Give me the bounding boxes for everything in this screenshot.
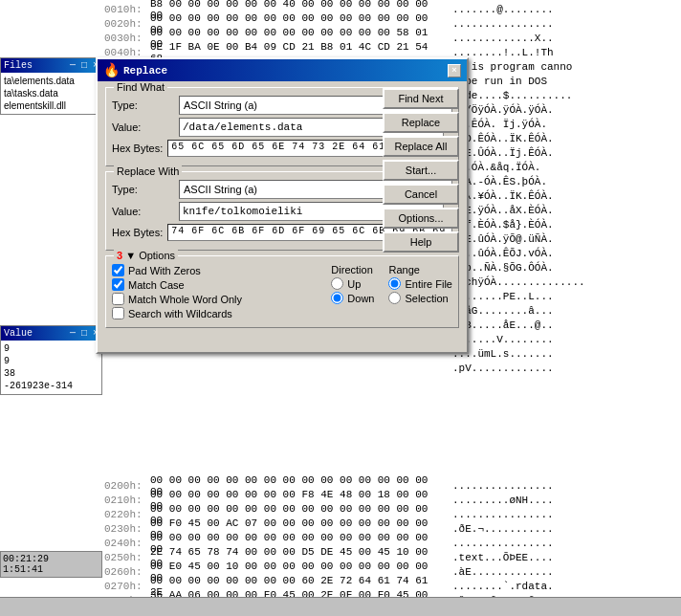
value-row: 38 (3, 367, 99, 380)
value-panel-controls[interactable]: ─ □ × (70, 328, 99, 339)
hex-addr: 0250h: (104, 552, 150, 563)
hex-addr: 0040h: (104, 47, 150, 58)
range-selection-label: Selection (405, 293, 448, 304)
direction-down-radio[interactable] (331, 292, 343, 304)
help-button[interactable]: Help (383, 231, 459, 253)
hex-label-replace: Hex Bytes: (112, 227, 167, 238)
range-selection-radio[interactable] (388, 292, 401, 304)
match-case-label: Match Case (128, 279, 185, 291)
range-group: Range Entire File Selection (388, 264, 452, 321)
value-panel-content: 9 9 38 -261923e-314 (1, 341, 101, 394)
replace-dialog: 🔥 Replace × Find What Type: ASCII String… (96, 57, 469, 354)
hex-ascii: .........øNH.... (447, 495, 554, 506)
hex-ascii: .......@........ (447, 4, 554, 15)
options-section-title: 3 ▼ Options (114, 250, 178, 261)
range-entire-file-radio[interactable] (388, 277, 401, 290)
hex-ascii: .text...ÕÞEE.... (447, 552, 554, 563)
range-title: Range (388, 264, 452, 275)
file-list-panel: Files ─ □ × ta\elements.data ta\tasks.da… (0, 57, 102, 115)
timestamp-2: 1:51:41 (3, 564, 99, 575)
hex-addr: 0260h: (104, 566, 150, 578)
hex-addr: 0240h: (104, 538, 150, 549)
start-button[interactable]: Start... (383, 160, 459, 181)
options-number: 3 (117, 250, 122, 261)
options-toggle-icon[interactable]: ▼ (125, 250, 136, 261)
value-panel: Value ─ □ × 9 9 38 -261923e-314 (0, 325, 102, 395)
file-panel-content: ta\elements.data ta\tasks.data elementsk… (1, 73, 101, 114)
hex-ascii: ................ (447, 480, 554, 492)
file-panel-title: Files (4, 60, 33, 71)
direction-down-row: Down (331, 292, 374, 304)
hex-ascii: .àE............. (447, 566, 554, 578)
type-label-replace: Type: (112, 184, 179, 195)
search-wildcards-checkbox[interactable] (112, 307, 124, 319)
search-wildcards-label: Search with Wildcards (128, 308, 232, 319)
range-selection-row: Selection (388, 292, 452, 304)
hex-ascii: ........!..L.!Th (447, 47, 554, 58)
hex-addr: 0220h: (104, 509, 150, 520)
dialog-close-button[interactable]: × (448, 64, 461, 77)
file-panel-titlebar: Files ─ □ × (1, 58, 101, 73)
hex-row: .pV............. (102, 361, 681, 375)
match-whole-word-row: Match Whole Word Only (112, 293, 321, 305)
hex-addr: 0030h: (104, 33, 150, 44)
direction-title: Direction (331, 264, 374, 275)
file-item[interactable]: elementskill.dll (3, 99, 99, 112)
dialog-title: Replace (123, 65, 167, 77)
find-next-button[interactable]: Find Next (383, 88, 459, 109)
search-wildcards-row: Search with Wildcards (112, 307, 321, 319)
match-case-checkbox[interactable] (112, 278, 124, 291)
range-entire-file-label: Entire File (405, 278, 452, 290)
replace-button[interactable]: Replace (383, 112, 459, 133)
hex-ascii: .............X.. (447, 33, 554, 44)
hex-addr: 0230h: (104, 523, 150, 535)
hex-addr: 0200h: (104, 480, 150, 492)
value-label-find: Value: (112, 121, 179, 133)
match-case-row: Match Case (112, 278, 321, 291)
direction-up-radio[interactable] (331, 277, 343, 290)
hex-addr: 0210h: (104, 495, 150, 506)
pad-zeros-row: Pad With Zeros (112, 264, 321, 276)
cancel-button[interactable]: Cancel (383, 184, 459, 205)
dialog-flame-icon: 🔥 (103, 62, 120, 78)
file-item[interactable]: ta\elements.data (3, 75, 99, 87)
replace-all-button[interactable]: Replace All (383, 136, 459, 157)
options-button[interactable]: Options... (383, 208, 459, 229)
pad-zeros-checkbox[interactable] (112, 264, 124, 276)
direction-group: Direction Up Down (331, 264, 374, 321)
hex-addr: 0010h: (104, 4, 150, 15)
hex-label-find: Hex Bytes: (112, 143, 167, 154)
status-bar (0, 597, 681, 616)
hex-ascii: .pV............. (447, 363, 554, 374)
find-what-title: Find What (114, 81, 167, 93)
value-row: 9 (3, 355, 99, 367)
hex-ascii: ........`.rdata. (447, 581, 554, 592)
replace-with-title: Replace With (114, 165, 182, 177)
dialog-titlebar: 🔥 Replace × (98, 59, 467, 81)
hex-addr: 0020h: (104, 18, 150, 30)
match-whole-word-checkbox[interactable] (112, 293, 124, 305)
direction-up-label: Up (347, 278, 361, 290)
options-label: Options (139, 250, 175, 261)
pad-zeros-label: Pad With Zeros (128, 265, 201, 276)
dialog-action-buttons: Find Next Replace Replace All Start... C… (383, 88, 459, 253)
direction-up-row: Up (331, 277, 374, 290)
value-row: 9 (3, 342, 99, 355)
value-label-replace: Value: (112, 206, 179, 217)
match-whole-word-label: Match Whole Word Only (128, 294, 242, 305)
hex-ascii: ................ (447, 538, 554, 549)
options-checkboxes: Pad With Zeros Match Case Match Whole Wo… (112, 264, 321, 321)
options-section: 3 ▼ Options Pad With Zeros Match Case Ma… (105, 255, 459, 328)
value-row: -261923e-314 (3, 380, 99, 392)
range-entire-file-row: Entire File (388, 277, 452, 290)
hex-ascii: ................ (447, 509, 554, 520)
direction-down-label: Down (347, 293, 374, 304)
timestamp-1: 00:21:29 (3, 554, 99, 564)
timestamp-panel: 00:21:29 1:51:41 (0, 551, 102, 578)
hex-addr: 0270h: (104, 581, 150, 592)
file-panel-controls[interactable]: ─ □ × (70, 60, 99, 71)
value-panel-titlebar: Value ─ □ × (1, 326, 101, 341)
type-label: Type: (112, 99, 179, 111)
hex-ascii: ................ (447, 18, 554, 30)
file-item[interactable]: ta\tasks.data (3, 87, 99, 99)
